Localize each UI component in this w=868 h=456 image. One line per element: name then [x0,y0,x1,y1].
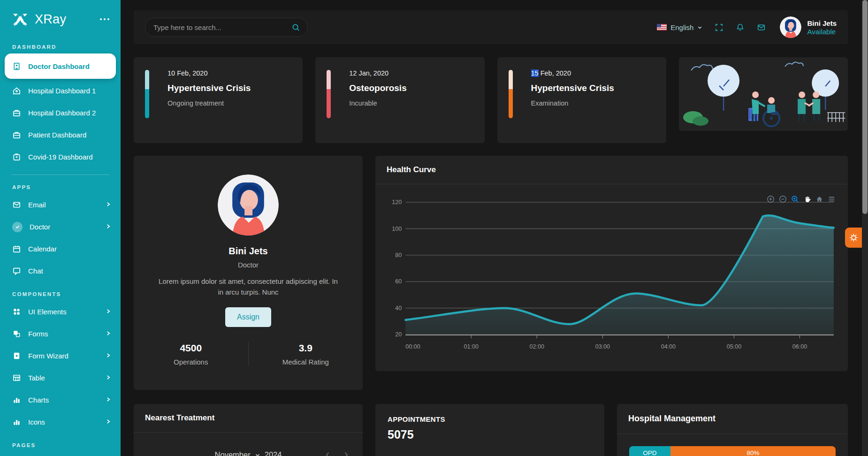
menu-icon[interactable] [828,195,836,203]
email-icon [12,200,21,209]
svg-text:40: 40 [395,305,402,312]
medkit-icon [12,152,21,161]
nearest-treatment-card: Nearest Treatment November 2024 Sun Mon … [134,404,363,456]
svg-text:06:00: 06:00 [792,343,807,350]
stat-medical-rating: 3.9 Medical Rating [249,342,363,366]
sidebar-item-doctor[interactable]: Doctor [0,216,121,238]
chevron-right-icon [105,374,111,382]
scrollbar-thumb[interactable] [862,0,868,214]
sidebar-item-hospital-dashboard-1[interactable]: Hospital Dashboard 1 [0,80,121,102]
sidebar-item-label: Charts [28,396,49,404]
pan-hand-icon[interactable] [803,195,811,203]
doctor-bio: Lorem ipsum dolor sit amet, consectetur … [156,276,340,298]
stat-operations: 4500 Operations [134,342,249,366]
condition-subtitle: Ongoing treatment [168,99,294,107]
svg-text:01:00: 01:00 [464,343,479,350]
settings-gear-button[interactable] [845,228,862,248]
sidebar-item-doctor-dashboard[interactable]: Doctor Dashboard [5,53,116,79]
sidebar-item-label: Covid-19 Dashboard [28,153,93,161]
search-icon[interactable] [291,23,300,32]
nearest-treatment-title: Nearest Treatment [134,404,363,433]
condition-title: Osteoporosis [349,83,476,93]
zoom-out-icon[interactable] [779,195,787,203]
assign-button[interactable]: Assign [225,307,271,327]
svg-text:80: 80 [395,252,402,258]
doctor-name: Bini Jets [228,246,267,257]
chevron-down-icon [255,452,260,456]
health-curve-card: Health Curve [375,156,848,371]
sidebar-item-email[interactable]: Email [0,194,121,216]
section-title-components: COMPONENTS [0,291,121,297]
hospital-management-card: Hospital Management OPD 80% Treatment 70… [617,404,848,456]
sidebar-menu-dots-icon[interactable] [100,15,109,23]
condition-subtitle: Examination [531,99,658,107]
section-title-apps: APPS [0,184,121,190]
condition-card: 10 Feb, 2020 Hypertensive Crisis Ongoing… [134,57,303,143]
chevron-right-icon [105,308,111,316]
doctor-role: Doctor [238,261,259,269]
condition-title: Hypertensive Crisis [168,83,294,93]
sidebar-item-label: Doctor [30,223,50,231]
condition-bar [509,70,513,118]
bell-icon[interactable] [736,23,745,32]
bar-chart-icon [12,418,21,426]
section-title-pages: PAGES [0,442,121,448]
svg-text:02:00: 02:00 [530,343,544,350]
condition-subtitle: Incurable [349,99,476,107]
sidebar-item-table[interactable]: Table [0,367,121,389]
grid-icon [12,307,21,316]
sidebar-item-covid19-dashboard[interactable]: Covid-19 Dashboard [0,146,121,168]
appointments-value: 5075 [388,428,592,441]
svg-text:120: 120 [392,199,402,205]
sidebar: XRay DASHBOARD Doctor Dashboard Hospital… [0,0,121,456]
sidebar-item-icons[interactable]: Icons [0,411,121,433]
home-reset-icon[interactable] [815,195,823,203]
stat-value: 4500 [134,342,248,354]
topbar: English [134,10,848,44]
sidebar-item-ui-elements[interactable]: UI Elements [0,301,121,323]
avatar [780,16,801,38]
sidebar-item-patient-dashboard[interactable]: Patient Dashboard [0,124,121,146]
scrollbar-track[interactable] [862,0,868,456]
selection-zoom-icon[interactable] [791,195,799,203]
brand[interactable]: XRay [0,0,121,35]
condition-date: 15 Feb, 2020 [531,69,658,77]
user-status: Available [807,28,837,36]
calendar-month-select[interactable]: November [215,450,251,456]
appointments-card: APPOINTMENTS 5075 [375,404,604,456]
chevron-right-icon [105,223,111,231]
sidebar-item-label: Hospital Dashboard 1 [28,87,96,95]
doctor-profile-card: Bini Jets Doctor Lorem ipsum dolor sit a… [134,156,363,390]
zoom-in-icon[interactable] [767,195,775,203]
sidebar-item-label: Forms [28,330,48,338]
bar-label: OPD [629,446,670,456]
search-input[interactable] [152,23,291,32]
calendar-prev-icon[interactable] [324,451,331,456]
sidebar-item-form-wizard[interactable]: Form Wizard [0,345,121,367]
chevron-right-icon [105,352,111,360]
sidebar-item-label: Doctor Dashboard [28,62,90,70]
sidebar-item-chat[interactable]: Chat [0,260,121,282]
language-selector[interactable]: English [657,23,702,31]
search-box[interactable] [145,18,308,37]
fullscreen-icon[interactable] [715,23,723,32]
user-menu[interactable]: Bini Jets Available [780,16,837,38]
xray-logo-icon [11,10,29,28]
calendar-next-icon[interactable] [343,451,350,456]
gear-icon [849,233,859,243]
us-flag-icon [657,24,667,30]
hospital-icon [12,62,21,71]
sidebar-item-calendar[interactable]: Calendar [0,238,121,260]
sidebar-item-forms[interactable]: Forms [0,323,121,345]
sidebar-item-hospital-dashboard-2[interactable]: Hospital Dashboard 2 [0,102,121,124]
condition-title: Hypertensive Crisis [531,83,658,93]
briefcase-icon [12,130,21,139]
bar-value: 80% [670,446,836,456]
sidebar-item-charts[interactable]: Charts [0,389,121,411]
chevron-right-icon [105,201,111,209]
svg-text:04:00: 04:00 [661,343,676,350]
hospital-management-title: Hospital Management [617,404,848,434]
svg-text:00:00: 00:00 [405,343,420,350]
chevron-down-icon [697,25,702,30]
mail-icon[interactable] [757,23,766,32]
